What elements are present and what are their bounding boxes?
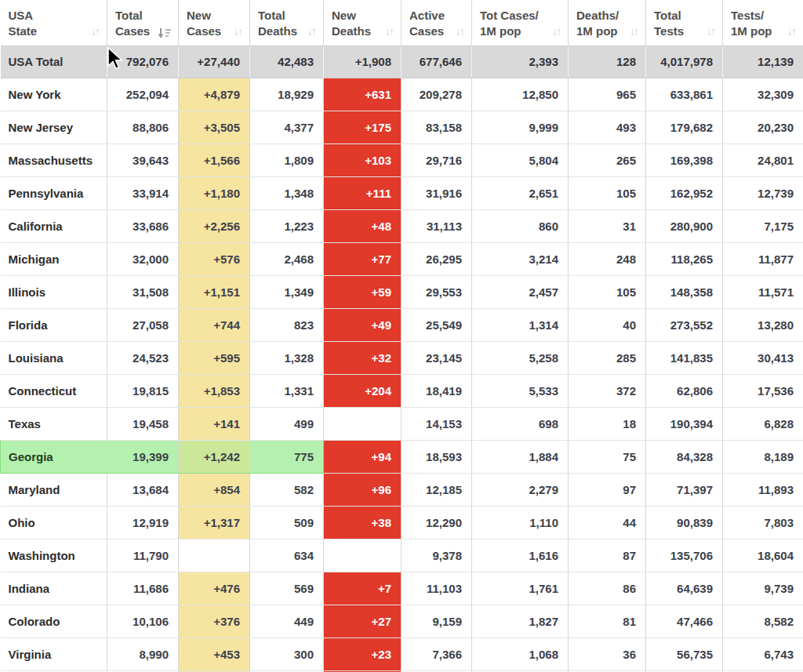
active-cases-cell: 7,366 bbox=[402, 637, 472, 670]
header-label: Deaths/ bbox=[576, 8, 619, 24]
new-cases-cell: +1,242 bbox=[179, 440, 250, 473]
table-row-connecticut: Connecticut 19,815 +1,853 1,331 +204 18,… bbox=[1, 374, 803, 407]
total-tests-cell: 148,358 bbox=[646, 275, 723, 308]
column-header-tests-per-1m[interactable]: Tests/1M pop↓↑ bbox=[723, 0, 803, 45]
header-label: Cases bbox=[115, 24, 150, 39]
state-name: USA Total bbox=[1, 45, 107, 78]
sort-icon[interactable]: ↓↑ bbox=[385, 24, 394, 39]
cases-per-1m-cell: 2,279 bbox=[472, 473, 569, 506]
column-header-cases-per-1m[interactable]: Tot Cases/1M pop↓↑ bbox=[472, 0, 569, 45]
total-tests-cell: 633,861 bbox=[646, 78, 723, 111]
new-deaths-cell bbox=[324, 539, 402, 572]
new-cases-cell: +854 bbox=[179, 473, 250, 506]
deaths-per-1m-cell: 965 bbox=[569, 78, 646, 111]
total-cases-cell: 33,686 bbox=[107, 209, 179, 242]
active-cases-cell: 31,916 bbox=[402, 176, 472, 209]
total-cases-cell: 10,106 bbox=[107, 605, 179, 637]
new-deaths-cell: +27 bbox=[324, 605, 402, 637]
total-cases-cell: 24,523 bbox=[107, 341, 179, 374]
new-cases-cell: +4,879 bbox=[179, 78, 250, 111]
new-deaths-cell: +48 bbox=[324, 209, 402, 242]
column-header-total-tests[interactable]: TotalTests↓↑ bbox=[646, 0, 723, 45]
table-row-virginia: Virginia 8,990 +453 300 +23 7,366 1,068 … bbox=[1, 637, 803, 670]
state-name: Indiana bbox=[1, 572, 107, 605]
new-deaths-cell: +204 bbox=[324, 374, 402, 407]
table-row-michigan: Michigan 32,000 +576 2,468 +77 26,295 3,… bbox=[1, 242, 803, 275]
tests-per-1m-cell: 13,280 bbox=[723, 308, 803, 341]
new-deaths-cell: +32 bbox=[324, 341, 402, 374]
column-header-active-cases[interactable]: ActiveCases↓↑ bbox=[402, 0, 472, 45]
new-cases-cell: +1,151 bbox=[179, 275, 250, 308]
tests-per-1m-cell: 8,189 bbox=[723, 440, 803, 473]
state-name: New York bbox=[1, 78, 107, 111]
cases-per-1m-cell: 1,884 bbox=[472, 440, 569, 473]
new-deaths-cell: +631 bbox=[324, 78, 402, 111]
table-row-pennsylvania: Pennsylvania 33,914 +1,180 1,348 +111 31… bbox=[1, 176, 803, 209]
table-row-ohio: Ohio 12,919 +1,317 509 +38 12,290 1,110 … bbox=[1, 506, 803, 539]
cases-per-1m-cell: 12,850 bbox=[472, 78, 569, 111]
table-row-colorado: Colorado 10,106 +376 449 +27 9,159 1,827… bbox=[1, 605, 803, 637]
tests-per-1m-cell: 18,604 bbox=[723, 539, 803, 572]
header-label: New bbox=[187, 8, 221, 24]
tests-per-1m-cell: 6,828 bbox=[723, 407, 803, 440]
total-cases-cell: 39,643 bbox=[107, 143, 179, 176]
new-cases-cell: +576 bbox=[179, 242, 250, 275]
total-deaths-cell: 42,483 bbox=[250, 45, 324, 78]
sort-icon[interactable]: ↓↑ bbox=[307, 24, 317, 39]
sort-icon[interactable]: ↓↑ bbox=[630, 24, 639, 39]
total-tests-cell: 162,952 bbox=[646, 176, 723, 209]
sort-icon[interactable]: ↓↑ bbox=[234, 24, 243, 39]
mouse-cursor bbox=[107, 47, 125, 72]
active-cases-cell: 18,593 bbox=[402, 440, 472, 473]
state-name: Ohio bbox=[1, 506, 107, 539]
total-deaths-cell: 775 bbox=[250, 440, 324, 473]
sort-icon[interactable]: ↓↑ bbox=[787, 24, 797, 39]
sort-icon[interactable]: ↓↑ bbox=[707, 24, 716, 39]
states-table-container: USAState↓↑ TotalCases NewCases↓↑ TotalDe… bbox=[0, 0, 803, 672]
column-header-total-cases[interactable]: TotalCases bbox=[107, 0, 179, 45]
new-deaths-cell: +111 bbox=[324, 176, 402, 209]
new-deaths-cell bbox=[324, 407, 402, 440]
total-deaths-cell: 1,809 bbox=[250, 143, 324, 176]
header-label: Deaths bbox=[258, 24, 297, 39]
total-deaths-cell: 300 bbox=[250, 637, 324, 670]
total-tests-cell: 64,639 bbox=[646, 572, 723, 605]
cases-per-1m-cell: 1,761 bbox=[472, 572, 569, 605]
total-tests-cell: 4,017,978 bbox=[646, 45, 723, 78]
tests-per-1m-cell: 24,801 bbox=[723, 143, 803, 176]
deaths-per-1m-cell: 87 bbox=[569, 539, 646, 572]
header-label: New bbox=[332, 8, 371, 24]
state-name: Georgia bbox=[1, 440, 107, 473]
new-cases-cell: +141 bbox=[179, 407, 250, 440]
column-header-new-cases[interactable]: NewCases↓↑ bbox=[179, 0, 250, 45]
sort-icon[interactable]: ↓↑ bbox=[91, 24, 100, 39]
total-cases-cell: 11,790 bbox=[107, 539, 179, 572]
new-cases-cell: +1,566 bbox=[179, 143, 250, 176]
new-cases-cell: +453 bbox=[179, 637, 250, 670]
tests-per-1m-cell: 8,582 bbox=[723, 605, 803, 637]
active-cases-cell: 29,553 bbox=[402, 275, 472, 308]
header-label: Total bbox=[654, 8, 684, 24]
column-header-total-deaths[interactable]: TotalDeaths↓↑ bbox=[250, 0, 324, 45]
deaths-per-1m-cell: 36 bbox=[569, 637, 646, 670]
tests-per-1m-cell: 17,536 bbox=[723, 374, 803, 407]
column-header-usa-state[interactable]: USAState↓↑ bbox=[1, 0, 107, 45]
tests-per-1m-cell: 7,803 bbox=[723, 506, 803, 539]
sort-icon[interactable]: ↓↑ bbox=[456, 24, 465, 39]
active-cases-cell: 677,646 bbox=[402, 45, 472, 78]
column-header-new-deaths[interactable]: NewDeaths↓↑ bbox=[324, 0, 402, 45]
table-row-louisiana: Louisiana 24,523 +595 1,328 +32 23,145 5… bbox=[1, 341, 803, 374]
header-label: Cases bbox=[187, 24, 221, 39]
cases-per-1m-cell: 1,616 bbox=[472, 539, 569, 572]
header-label: Tests bbox=[654, 24, 684, 39]
sort-descending-active-icon[interactable] bbox=[158, 27, 172, 39]
tests-per-1m-cell: 11,571 bbox=[723, 275, 803, 308]
new-deaths-cell: +49 bbox=[324, 308, 402, 341]
sort-icon[interactable]: ↓↑ bbox=[552, 24, 561, 39]
new-deaths-cell: +38 bbox=[324, 506, 402, 539]
table-row-washington: Washington 11,790 634 9,378 1,616 87 135… bbox=[1, 539, 803, 572]
column-header-deaths-per-1m[interactable]: Deaths/1M pop↓↑ bbox=[569, 0, 646, 45]
total-tests-cell: 47,466 bbox=[646, 605, 723, 637]
header-label: Total bbox=[115, 8, 150, 24]
tests-per-1m-cell: 32,309 bbox=[723, 78, 803, 111]
